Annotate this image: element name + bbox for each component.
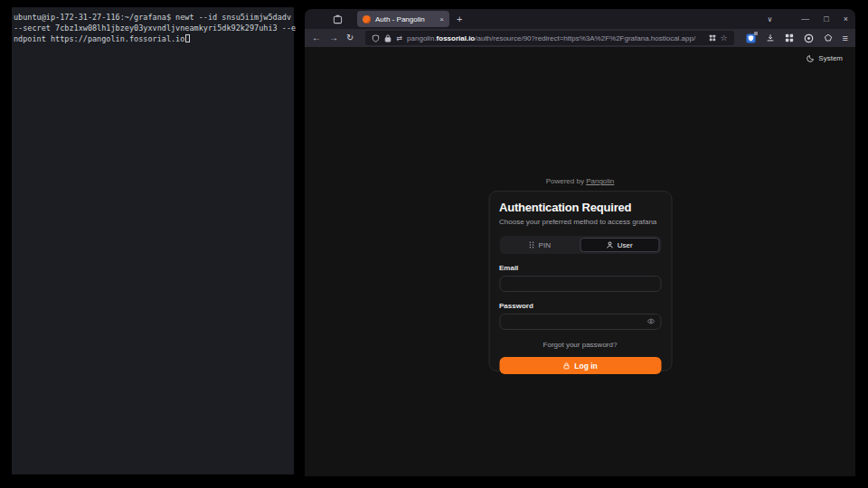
password-wrap	[499, 310, 661, 330]
terminal-cursor	[185, 34, 190, 42]
tracking-shield-icon[interactable]	[372, 34, 380, 42]
tab-user-label: User	[618, 241, 633, 249]
theme-toggle[interactable]: System	[807, 54, 843, 62]
login-lock-icon	[562, 362, 570, 370]
circle-extension-icon[interactable]	[804, 33, 814, 43]
forward-icon[interactable]: →	[329, 33, 338, 42]
pangolin-favicon	[363, 15, 371, 23]
theme-toggle-label: System	[818, 54, 843, 62]
window-controls: ∨ — □ ×	[767, 14, 848, 23]
back-icon[interactable]: ←	[312, 33, 321, 42]
url-path: /auth/resource/90?redirect=https%3A%2F%2…	[475, 34, 695, 42]
url-domain-prefix: pangolin.	[407, 34, 436, 42]
browser-window: Auth - Pangolin × + ∨ — □ × ← → ↻	[305, 9, 855, 476]
auth-card: Authentication Required Choose your pref…	[488, 191, 672, 371]
terminal-window[interactable]: ubuntu@ip-172-31-27-116:~/grafana$ newt …	[12, 7, 294, 474]
window-menu-chevron-icon[interactable]: ∨	[767, 15, 772, 23]
moon-icon	[807, 54, 815, 62]
download-icon[interactable]	[766, 33, 775, 42]
shortcuts-grid-icon[interactable]	[709, 34, 716, 42]
email-field[interactable]	[499, 276, 661, 292]
login-button[interactable]: Log in	[499, 357, 661, 374]
pentagon-extension-icon[interactable]	[824, 33, 833, 42]
terminal-output: ubuntu@ip-172-31-27-116:~/grafana$ newt …	[14, 12, 292, 44]
lock-icon[interactable]	[384, 34, 392, 42]
terminal-line: --secret 7cbz1xw08lh1jbzey03yxvndljvneam…	[14, 23, 296, 33]
auth-page: System Powered by Pangolin Authenticatio…	[305, 47, 855, 476]
maximize-icon[interactable]: □	[824, 14, 828, 23]
firefox-view-icon[interactable]	[330, 12, 344, 26]
tab-pin-label: PIN	[539, 241, 551, 249]
show-password-icon[interactable]	[646, 318, 655, 324]
bookmark-star-icon[interactable]: ☆	[721, 33, 728, 42]
card-subtitle: Choose your preferred method to access g…	[499, 218, 661, 226]
tab-user[interactable]: User	[580, 238, 660, 252]
user-icon	[607, 241, 614, 249]
forgot-password-link[interactable]: Forgot your password?	[499, 341, 661, 349]
tab-pin[interactable]: PIN	[501, 238, 579, 252]
login-button-label: Log in	[574, 361, 598, 371]
powered-by: Powered by Pangolin	[305, 177, 855, 185]
pangolin-link[interactable]: Pangolin	[586, 177, 614, 185]
extensions-icon[interactable]	[785, 33, 794, 42]
auth-method-tabs: PIN User	[499, 236, 661, 254]
password-label: Password	[499, 302, 661, 310]
password-manager-extension-icon[interactable]	[746, 33, 756, 43]
powered-by-text: Powered by	[546, 177, 584, 185]
close-icon[interactable]: ×	[844, 14, 848, 23]
tab-close-icon[interactable]: ×	[439, 15, 444, 23]
extension-badge	[754, 32, 758, 35]
keypad-icon	[529, 241, 535, 249]
new-tab-button[interactable]: +	[457, 14, 462, 24]
terminal-line: ubuntu@ip-172-31-27-116:~/grafana$ newt …	[14, 13, 291, 22]
toolbar-extensions: ≡	[746, 33, 848, 43]
terminal-line: ndpoint https://pangolin.fossorial.io	[14, 34, 184, 43]
tab-title: Auth - Pangolin	[375, 15, 435, 23]
desktop: ubuntu@ip-172-31-27-116:~/grafana$ newt …	[0, 0, 868, 488]
url-bar[interactable]: ⇄ pangolin.fossorial.io/auth/resource/90…	[365, 31, 733, 45]
permissions-icon[interactable]: ⇄	[396, 34, 402, 42]
card-title: Authentication Required	[499, 201, 661, 214]
minimize-icon[interactable]: —	[801, 14, 809, 23]
browser-titlebar: Auth - Pangolin × + ∨ — □ ×	[305, 9, 855, 29]
reload-icon[interactable]: ↻	[346, 33, 354, 42]
menu-icon[interactable]: ≡	[843, 33, 848, 43]
url-domain: fossorial.io	[437, 34, 476, 42]
url-text: pangolin.fossorial.io/auth/resource/90?r…	[407, 34, 703, 42]
password-field[interactable]	[499, 314, 661, 330]
browser-tab[interactable]: Auth - Pangolin ×	[357, 11, 449, 27]
email-label: Email	[499, 264, 661, 272]
browser-toolbar: ← → ↻ ⇄ pangolin.fossorial.io/auth/resou…	[305, 29, 855, 47]
